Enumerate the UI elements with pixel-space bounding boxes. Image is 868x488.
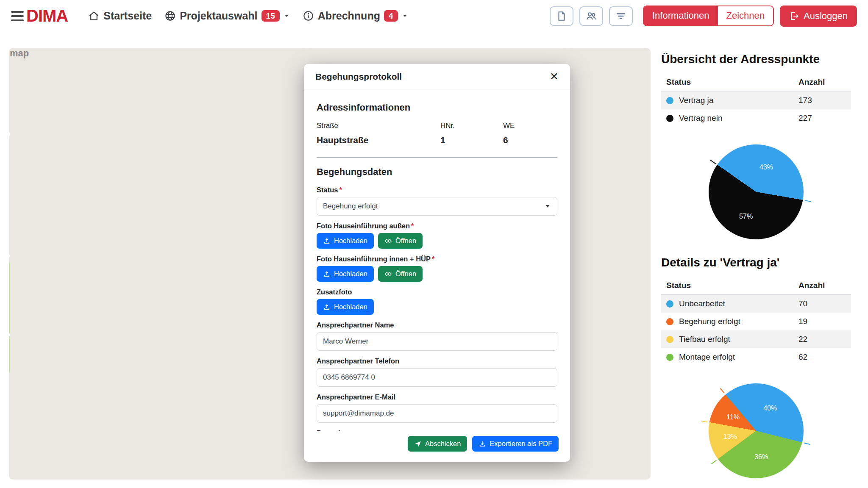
upload-aussen-button[interactable]: Hochladen: [317, 233, 374, 249]
we-value: 6: [503, 135, 557, 145]
status-label: Vertrag ja: [679, 96, 798, 105]
status-row[interactable]: Tiefbau erfolgt22: [661, 330, 851, 348]
status-label: Begehung erfolgt: [679, 317, 798, 326]
foto-innen-label: Foto Hauseinführung innen + HÜP*: [317, 255, 557, 263]
contact-name-input[interactable]: [317, 332, 557, 351]
nav-item-globe[interactable]: Projektauswahl15: [164, 10, 290, 22]
status-count: 22: [798, 335, 846, 344]
street-column-label: Straße: [317, 122, 440, 130]
home-icon: [88, 10, 100, 22]
document-icon: [556, 11, 567, 22]
status-label: Tiefbau erfolgt: [679, 335, 798, 344]
begehungsprotokoll-modal: Begehungsprotokoll ✕ Adressinformationen…: [304, 64, 570, 462]
chevron-down-icon: [284, 13, 290, 19]
pie-slice-percentage: 57%: [739, 213, 753, 220]
begehung-section-heading: Begehungsdaten: [317, 166, 557, 177]
logo-text-dima: DIMA: [26, 6, 68, 25]
upload-zusatzfoto-button[interactable]: Hochladen: [317, 299, 374, 315]
modal-header: Begehungsprotokoll ✕: [304, 64, 570, 89]
contact-name-label: Ansprechpartner Name: [317, 321, 557, 329]
submit-button[interactable]: Abschicken: [408, 436, 467, 452]
status-row[interactable]: Begehung erfolgt19: [661, 313, 851, 330]
informationen-button[interactable]: Informationen: [644, 6, 718, 25]
pie-overview-circle[interactable]: [709, 144, 804, 239]
navbar-right-actions: Informationen Zeichnen Ausloggen: [550, 6, 857, 27]
upload-innen-button[interactable]: Hochladen: [317, 266, 374, 282]
required-marker: *: [432, 255, 434, 263]
status-color-dot: [666, 115, 673, 122]
status-color-dot: [666, 97, 673, 104]
top-navbar: DIMA map StartseiteProjektauswahl15Abrec…: [0, 0, 868, 32]
menu-icon[interactable]: [11, 11, 24, 21]
document-button[interactable]: [550, 6, 573, 26]
status-row[interactable]: Montage erfolgt62: [661, 348, 851, 366]
foto-aussen-label: Foto Hauseinführung außen*: [317, 222, 557, 230]
required-marker: *: [411, 222, 414, 230]
details-title: Details zu 'Vertrag ja': [661, 256, 851, 269]
globe-icon: [164, 10, 176, 22]
housenumber-value: 1: [440, 135, 503, 145]
nav-badge: 4: [384, 10, 398, 22]
status-count: 70: [798, 299, 846, 308]
pie-chart-details: 40%36%13%11%: [701, 376, 811, 485]
upload-icon: [323, 237, 331, 245]
contact-phone-input[interactable]: [317, 368, 557, 387]
zeichnen-button[interactable]: Zeichnen: [718, 6, 773, 25]
pie-slice-percentage: 13%: [723, 433, 737, 441]
details-table: Unbearbeitet70Begehung erfolgt19Tiefbau …: [661, 295, 851, 366]
status-row[interactable]: Vertrag ja173: [661, 92, 851, 109]
zusatzfoto-label: Zusatzfoto: [317, 288, 557, 296]
street-value: Hauptstraße: [317, 135, 440, 145]
status-count: 19: [798, 317, 846, 326]
chevron-down-icon: [402, 13, 408, 19]
modal-body: Adressinformationen Straße Hauptstraße H…: [304, 89, 570, 431]
nav-item-label: Startseite: [103, 10, 152, 22]
close-icon[interactable]: ✕: [550, 71, 559, 82]
mode-toggle-group: Informationen Zeichnen: [643, 6, 774, 26]
housenumber-column-label: HNr.: [440, 122, 503, 130]
status-row[interactable]: Unbearbeitet70: [661, 295, 851, 313]
pie-slice-tick: [711, 460, 717, 464]
open-aussen-button[interactable]: Öffnen: [378, 233, 423, 249]
modal-footer: Abschicken Exportieren als PDF: [304, 431, 570, 462]
export-pdf-button[interactable]: Exportieren als PDF: [472, 436, 559, 452]
status-color-dot: [666, 354, 673, 361]
app-logo[interactable]: DIMA map: [26, 6, 68, 25]
nav-item-home[interactable]: Startseite: [88, 10, 152, 22]
status-label: Unbearbeitet: [679, 299, 798, 308]
pie-slice-percentage: 40%: [763, 405, 777, 412]
overview-table: Vertrag ja173Vertrag nein227: [661, 92, 851, 127]
status-select[interactable]: Begehung erfolgt: [317, 197, 557, 216]
send-icon: [414, 440, 422, 448]
status-select-value: Begehung erfolgt: [323, 202, 378, 211]
pie-slice-tick: [804, 442, 810, 445]
pie-slice-tick: [701, 420, 707, 422]
section-divider: [317, 157, 557, 158]
contact-email-label: Ansprechpartner E-Mail: [317, 393, 557, 401]
status-count: 62: [798, 352, 846, 362]
status-count: 227: [798, 114, 846, 123]
upload-icon: [323, 303, 331, 311]
address-section-heading: Adressinformationen: [317, 102, 557, 113]
status-label: Vertrag nein: [679, 114, 798, 123]
logout-button[interactable]: Ausloggen: [780, 6, 857, 27]
we-column-label: WE: [503, 122, 557, 130]
pie-slice-percentage: 43%: [760, 164, 773, 171]
pie-slice-tick: [710, 160, 716, 164]
pie-slice-tick: [720, 388, 725, 394]
open-innen-button[interactable]: Öffnen: [378, 266, 423, 282]
nav-item-info[interactable]: Abrechnung4: [303, 10, 408, 22]
contact-email-input[interactable]: [317, 404, 557, 423]
filter-button[interactable]: [609, 6, 633, 26]
download-icon: [479, 440, 486, 448]
statistics-sidebar: Übersicht der Adresspunkte Status Anzahl…: [656, 42, 860, 488]
users-button[interactable]: [579, 6, 603, 26]
pie-slice-percentage: 36%: [754, 453, 768, 461]
status-label: Montage erfolgt: [679, 352, 798, 362]
pie-details-circle[interactable]: [709, 383, 804, 478]
chevron-down-icon: [544, 203, 551, 210]
overview-title: Übersicht der Adresspunkte: [661, 53, 851, 66]
status-row[interactable]: Vertrag nein227: [661, 109, 851, 127]
pie-chart-overview: 43%57%: [701, 137, 811, 247]
pie-slice-percentage: 11%: [726, 413, 740, 421]
